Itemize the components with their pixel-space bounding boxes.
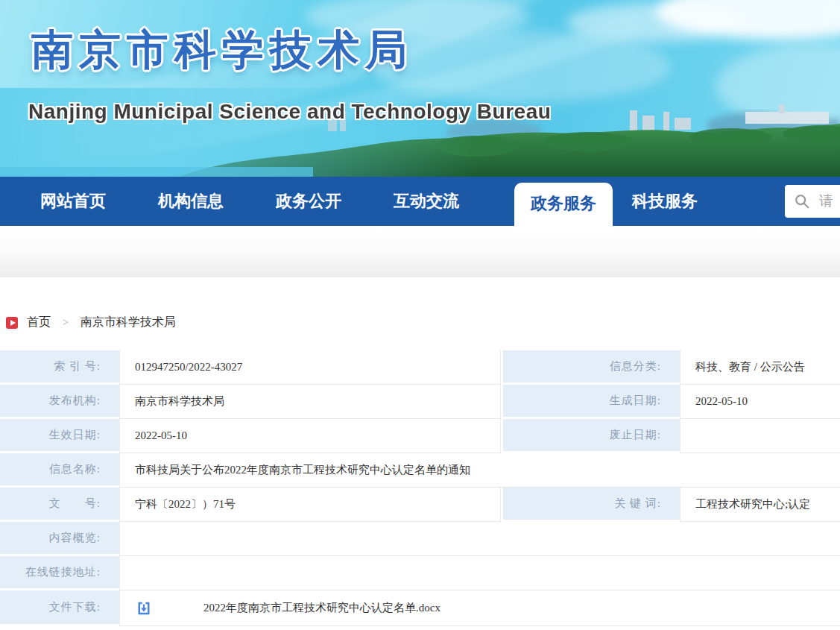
section-divider [0, 274, 840, 277]
site-title: 南京市科学技术局 [31, 22, 413, 79]
breadcrumb-marker-icon [6, 317, 18, 329]
label-content-overview: 内容概览: [0, 522, 119, 556]
table-row: 在线链接地址: [0, 556, 840, 590]
breadcrumb-home-link[interactable]: 首页 [27, 315, 51, 330]
label-create-date: 生成日期: [501, 385, 680, 419]
table-row: 文件下载: 2022年度南京市工程技术研究中心认定名单.docx [0, 590, 840, 626]
label-info-name: 信息名称: [0, 453, 119, 488]
label-index-number: 索 引 号: [0, 350, 119, 385]
label-keywords: 关 键 词: [501, 488, 680, 522]
value-index-number: 012947250/2022-43027 [119, 350, 501, 385]
table-row: 生效日期: 2022-05-10 废止日期: [0, 419, 840, 453]
download-file-link[interactable]: 2022年度南京市工程技术研究中心认定名单.docx [203, 601, 440, 615]
table-row: 信息名称: 市科技局关于公布2022年度南京市工程技术研究中心认定名单的通知 [0, 453, 840, 488]
label-online-link: 在线链接地址: [0, 556, 119, 590]
value-expiry-date [680, 419, 840, 453]
site-subtitle-english: Nanjing Municipal Science and Technology… [28, 100, 551, 124]
label-info-category: 信息分类: [501, 350, 680, 385]
value-content-overview [119, 522, 840, 556]
table-row: 发布机构: 南京市科学技术局 生成日期: 2022-05-10 [0, 385, 840, 419]
nav-item-gov-service[interactable]: 政务服务 [514, 183, 613, 230]
value-keywords: 工程技术研究中心;认定 [680, 488, 840, 522]
table-row: 索 引 号: 012947250/2022-43027 信息分类: 科技、教育 … [0, 350, 840, 385]
breadcrumb-current: 南京市科学技术局 [80, 315, 176, 330]
nav-subband [0, 226, 840, 274]
main-nav: 网站首页 机构信息 政务公开 互动交流 政务服务 科技服务 [0, 177, 840, 226]
search-box[interactable] [785, 185, 840, 218]
table-row: 内容概览: [0, 522, 840, 556]
label-doc-number: 文 号: [0, 488, 119, 522]
label-file-download: 文件下载: [0, 590, 119, 626]
nav-item-org-info[interactable]: 机构信息 [154, 177, 228, 226]
breadcrumb: 首页 > 南京市科学技术局 [6, 315, 840, 330]
label-publisher: 发布机构: [0, 385, 119, 419]
nav-item-interaction[interactable]: 互动交流 [389, 177, 464, 226]
download-icon[interactable] [136, 600, 151, 617]
value-effective-date: 2022-05-10 [119, 419, 501, 453]
table-row: 文 号: 宁科〔2022〕）71号 关 键 词: 工程技术研究中心;认定 [0, 488, 840, 522]
value-info-category: 科技、教育 / 公示公告 [680, 350, 840, 385]
search-input[interactable] [819, 193, 840, 210]
nav-item-gov-disclosure[interactable]: 政务公开 [271, 177, 346, 226]
label-expiry-date: 废止日期: [501, 419, 680, 453]
value-info-name: 市科技局关于公布2022年度南京市工程技术研究中心认定名单的通知 [119, 453, 840, 488]
nav-item-home[interactable]: 网站首页 [36, 177, 110, 226]
value-create-date: 2022-05-10 [680, 385, 840, 419]
label-effective-date: 生效日期: [0, 419, 119, 453]
search-icon[interactable] [794, 193, 810, 210]
info-table: 索 引 号: 012947250/2022-43027 信息分类: 科技、教育 … [0, 350, 840, 626]
header-banner: 南京市科学技术局 Nanjing Municipal Science and T… [0, 0, 840, 177]
chevron-right-icon: > [63, 317, 69, 329]
nav-item-tech-service[interactable]: 科技服务 [628, 177, 702, 226]
value-publisher: 南京市科学技术局 [119, 385, 501, 419]
value-doc-number: 宁科〔2022〕）71号 [119, 488, 501, 522]
value-online-link [119, 556, 840, 590]
